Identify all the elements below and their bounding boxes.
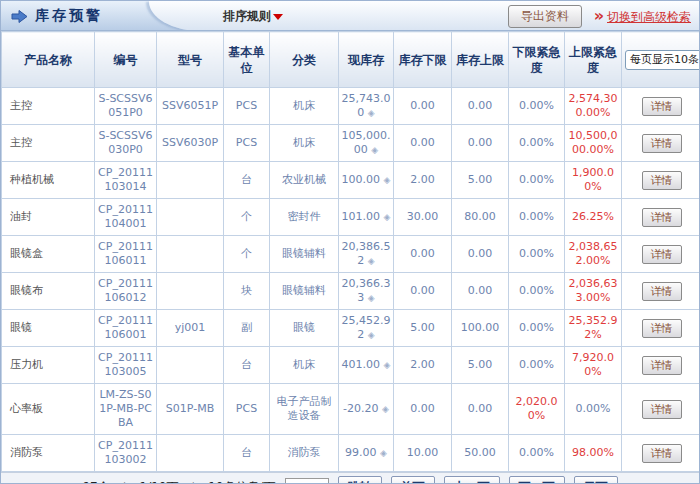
detail-cell: 详情 <box>622 199 700 236</box>
category-cell: 密封件 <box>270 199 339 236</box>
model-cell: S01P-MB <box>157 384 224 435</box>
table-row: 心率板 LM-ZS-S01P-MB-PCBA S01P-MB PCS 电子产品制… <box>2 384 700 435</box>
sort-rules-dropdown[interactable]: 排序规则 <box>223 1 283 31</box>
detail-button[interactable]: 详情 <box>642 282 682 301</box>
upper-limit-cell: 5.00 <box>452 162 509 199</box>
total-count: 97个 <box>82 479 109 484</box>
upper-limit-cell: 0.00 <box>452 273 509 310</box>
detail-cell: 详情 <box>622 435 700 472</box>
table-row: 压力机 CP_20111103005 台 机床 401.00 ◈ 2.00 5.… <box>2 347 700 384</box>
category-cell: 消防泵 <box>270 435 339 472</box>
upper-urgency-cell: 25,352.92% <box>565 310 622 347</box>
current-stock-cell: 25,743.00 ◈ <box>339 88 394 125</box>
unit-cell: 台 <box>224 435 270 472</box>
upper-limit-cell: 5.00 <box>452 347 509 384</box>
unit-cell: 个 <box>224 199 270 236</box>
sort-rules-label: 排序规则 <box>223 8 271 25</box>
table-body: 主控 S-SCSSV6051P0 SSV6051P PCS 机床 25,743.… <box>2 88 700 472</box>
col-header-actions: 每页显示10条 <box>622 32 700 88</box>
jump-button[interactable]: 跳转 <box>338 476 382 484</box>
unit-cell: 台 <box>224 162 270 199</box>
prev-page-button[interactable]: 上一页 <box>444 476 500 484</box>
unit-cell: 个 <box>224 236 270 273</box>
unit-cell: PCS <box>224 384 270 435</box>
detail-button[interactable]: 详情 <box>642 319 682 338</box>
table-row: 种植机械 CP_20111103014 台 农业机械 100.00 ◈ 2.00… <box>2 162 700 199</box>
current-stock-cell: 25,452.92 ◈ <box>339 310 394 347</box>
blue-arrow-icon <box>11 9 28 24</box>
detail-cell: 详情 <box>622 125 700 162</box>
col-header-lower-limit: 库存下限 <box>394 32 452 88</box>
export-data-button[interactable]: 导出资料 <box>508 5 582 28</box>
pagination-bar: 97个 ｜ 1/10页 ｜ 10条信息/页 跳转 首页 上一页 下一页 尾页 <box>1 472 699 484</box>
model-cell: SSV6030P <box>157 125 224 162</box>
next-page-button[interactable]: 下一页 <box>509 476 565 484</box>
upper-urgency-cell: 7,920.00% <box>565 347 622 384</box>
detail-button[interactable]: 详情 <box>642 97 682 116</box>
current-stock-cell: 20,366.33 ◈ <box>339 273 394 310</box>
double-chevron-icon: » <box>594 6 604 25</box>
detail-button[interactable]: 详情 <box>642 356 682 375</box>
lower-urgency-cell: 0.00% <box>509 273 565 310</box>
table-row: 眼镜布 CP_20111106012 块 眼镜辅料 20,366.33 ◈ 0.… <box>2 273 700 310</box>
lower-limit-cell: 0.00 <box>394 384 452 435</box>
detail-cell: 详情 <box>622 273 700 310</box>
lower-urgency-cell: 0.00% <box>509 162 565 199</box>
stock-diamond-icon: ◈ <box>384 175 391 185</box>
detail-button[interactable]: 详情 <box>642 134 682 153</box>
current-stock-cell: -20.20 ◈ <box>339 384 394 435</box>
lower-urgency-cell: 0.00% <box>509 236 565 273</box>
model-cell <box>157 236 224 273</box>
category-cell: 电子产品制造设备 <box>270 384 339 435</box>
unit-cell: 块 <box>224 273 270 310</box>
page-size-label: 每页显示10条 <box>630 52 699 68</box>
stock-diamond-icon: ◈ <box>384 360 391 370</box>
stock-diamond-icon: ◈ <box>371 145 378 155</box>
upper-limit-cell: 0.00 <box>452 236 509 273</box>
separator: ｜ <box>187 479 199 484</box>
model-cell <box>157 199 224 236</box>
detail-button[interactable]: 详情 <box>642 400 682 419</box>
category-cell: 机床 <box>270 88 339 125</box>
titlebar-actions: 导出资料 »切换到高级检索 <box>508 1 691 31</box>
model-cell: SSV6051P <box>157 88 224 125</box>
col-header-upper-urgency: 上限紧急度 <box>565 32 622 88</box>
stock-diamond-icon: ◈ <box>368 293 375 303</box>
unit-cell: 副 <box>224 310 270 347</box>
lower-urgency-cell: 2,020.00% <box>509 384 565 435</box>
col-header-unit: 基本单位 <box>224 32 270 88</box>
stock-diamond-icon: ◈ <box>382 404 389 414</box>
detail-button[interactable]: 详情 <box>642 208 682 227</box>
product-name-cell: 消防泵 <box>2 435 95 472</box>
code-cell: CP_20111106001 <box>95 310 157 347</box>
product-name-cell: 主控 <box>2 88 95 125</box>
unit-cell: PCS <box>224 88 270 125</box>
lower-limit-cell: 10.00 <box>394 435 452 472</box>
switch-advanced-search-link[interactable]: 切换到高级检索 <box>607 10 691 24</box>
upper-limit-cell: 0.00 <box>452 125 509 162</box>
detail-button[interactable]: 详情 <box>642 245 682 264</box>
lower-limit-cell: 0.00 <box>394 236 452 273</box>
first-page-button[interactable]: 首页 <box>391 476 435 484</box>
upper-urgency-cell: 2,038,652.00% <box>565 236 622 273</box>
lower-urgency-cell: 0.00% <box>509 347 565 384</box>
table-row: 消防泵 CP_20111103002 台 消防泵 99.00 ◈ 10.00 5… <box>2 435 700 472</box>
items-per-page-label: 10条信息/页 <box>208 479 275 484</box>
upper-limit-cell: 0.00 <box>452 384 509 435</box>
lower-limit-cell: 2.00 <box>394 347 452 384</box>
jump-page-input[interactable] <box>285 478 329 484</box>
detail-button[interactable]: 详情 <box>642 444 682 463</box>
last-page-button[interactable]: 尾页 <box>574 476 618 484</box>
upper-urgency-cell: 26.25% <box>565 199 622 236</box>
table-row: 油封 CP_20111104001 个 密封件 101.00 ◈ 30.00 8… <box>2 199 700 236</box>
page-size-select[interactable]: 每页显示10条 <box>625 50 700 70</box>
product-name-cell: 心率板 <box>2 384 95 435</box>
upper-urgency-cell: 2,036,633.00% <box>565 273 622 310</box>
lower-limit-cell: 0.00 <box>394 273 452 310</box>
category-cell: 机床 <box>270 347 339 384</box>
code-cell: S-SCSSV6030P0 <box>95 125 157 162</box>
current-stock-cell: 401.00 ◈ <box>339 347 394 384</box>
lower-limit-cell: 2.00 <box>394 162 452 199</box>
current-stock-cell: 20,386.52 ◈ <box>339 236 394 273</box>
detail-button[interactable]: 详情 <box>642 171 682 190</box>
